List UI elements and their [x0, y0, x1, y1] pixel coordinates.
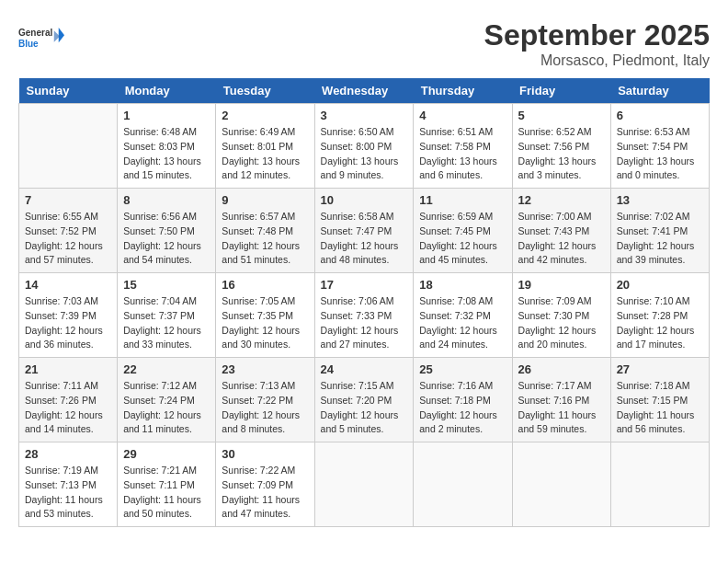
day-number: 9	[222, 193, 308, 207]
logo: General Blue	[18, 18, 64, 60]
day-cell-25: 25Sunrise: 7:16 AMSunset: 7:18 PMDayligh…	[414, 358, 512, 442]
day-cell-18: 18Sunrise: 7:08 AMSunset: 7:32 PMDayligh…	[414, 273, 512, 358]
title-block: September 2025 Morsasco, Piedmont, Italy	[484, 18, 710, 69]
empty-cell	[610, 442, 709, 527]
day-info: Sunrise: 6:49 AMSunset: 8:01 PMDaylight:…	[222, 125, 308, 183]
day-number: 19	[518, 278, 605, 292]
day-number: 13	[617, 193, 703, 207]
day-number: 28	[25, 447, 111, 461]
day-info: Sunrise: 7:13 AMSunset: 7:22 PMDaylight:…	[222, 379, 308, 437]
day-cell-6: 6Sunrise: 6:53 AMSunset: 7:54 PMDaylight…	[610, 104, 709, 189]
day-cell-27: 27Sunrise: 7:18 AMSunset: 7:15 PMDayligh…	[610, 358, 709, 442]
day-info: Sunrise: 7:02 AMSunset: 7:41 PMDaylight:…	[617, 210, 703, 268]
day-cell-16: 16Sunrise: 7:05 AMSunset: 7:35 PMDayligh…	[216, 273, 314, 358]
day-info: Sunrise: 6:53 AMSunset: 7:54 PMDaylight:…	[617, 125, 703, 183]
day-number: 16	[222, 278, 308, 292]
day-info: Sunrise: 7:16 AMSunset: 7:18 PMDaylight:…	[419, 379, 506, 437]
day-cell-20: 20Sunrise: 7:10 AMSunset: 7:28 PMDayligh…	[610, 273, 709, 358]
day-info: Sunrise: 7:04 AMSunset: 7:37 PMDaylight:…	[123, 294, 210, 352]
day-number: 7	[25, 193, 111, 207]
day-cell-29: 29Sunrise: 7:21 AMSunset: 7:11 PMDayligh…	[118, 442, 216, 527]
day-cell-24: 24Sunrise: 7:15 AMSunset: 7:20 PMDayligh…	[314, 358, 414, 442]
day-cell-10: 10Sunrise: 6:58 AMSunset: 7:47 PMDayligh…	[314, 189, 414, 273]
day-info: Sunrise: 7:11 AMSunset: 7:26 PMDaylight:…	[25, 379, 111, 437]
day-number: 5	[518, 109, 605, 122]
empty-cell	[19, 104, 118, 189]
day-cell-13: 13Sunrise: 7:02 AMSunset: 7:41 PMDayligh…	[610, 189, 709, 273]
week-row-3: 14Sunrise: 7:03 AMSunset: 7:39 PMDayligh…	[19, 273, 710, 358]
day-info: Sunrise: 6:57 AMSunset: 7:48 PMDaylight:…	[222, 210, 308, 268]
day-info: Sunrise: 7:06 AMSunset: 7:33 PMDaylight:…	[321, 294, 408, 352]
day-cell-17: 17Sunrise: 7:06 AMSunset: 7:33 PMDayligh…	[314, 273, 414, 358]
day-info: Sunrise: 6:55 AMSunset: 7:52 PMDaylight:…	[25, 210, 111, 268]
header-wednesday: Wednesday	[314, 78, 414, 104]
day-info: Sunrise: 7:03 AMSunset: 7:39 PMDaylight:…	[25, 294, 111, 352]
day-info: Sunrise: 7:05 AMSunset: 7:35 PMDaylight:…	[222, 294, 308, 352]
day-cell-28: 28Sunrise: 7:19 AMSunset: 7:13 PMDayligh…	[19, 442, 118, 527]
month-title: September 2025	[484, 18, 710, 52]
day-number: 23	[222, 362, 308, 376]
day-info: Sunrise: 7:19 AMSunset: 7:13 PMDaylight:…	[25, 464, 111, 522]
day-number: 8	[123, 193, 210, 207]
header-tuesday: Tuesday	[216, 78, 314, 104]
day-info: Sunrise: 7:17 AMSunset: 7:16 PMDaylight:…	[518, 379, 605, 437]
empty-cell	[314, 442, 414, 527]
day-number: 29	[123, 447, 210, 461]
day-cell-14: 14Sunrise: 7:03 AMSunset: 7:39 PMDayligh…	[19, 273, 118, 358]
day-info: Sunrise: 7:18 AMSunset: 7:15 PMDaylight:…	[617, 379, 703, 437]
day-number: 6	[617, 109, 703, 122]
day-cell-5: 5Sunrise: 6:52 AMSunset: 7:56 PMDaylight…	[512, 104, 610, 189]
day-cell-21: 21Sunrise: 7:11 AMSunset: 7:26 PMDayligh…	[19, 358, 118, 442]
day-cell-8: 8Sunrise: 6:56 AMSunset: 7:50 PMDaylight…	[118, 189, 216, 273]
day-number: 30	[222, 447, 308, 461]
day-cell-9: 9Sunrise: 6:57 AMSunset: 7:48 PMDaylight…	[216, 189, 314, 273]
day-info: Sunrise: 7:21 AMSunset: 7:11 PMDaylight:…	[123, 464, 210, 522]
day-number: 18	[419, 278, 506, 292]
day-number: 12	[518, 193, 605, 207]
day-info: Sunrise: 7:00 AMSunset: 7:43 PMDaylight:…	[518, 210, 605, 268]
location: Morsasco, Piedmont, Italy	[484, 52, 710, 69]
day-info: Sunrise: 6:48 AMSunset: 8:03 PMDaylight:…	[123, 125, 210, 183]
day-number: 21	[25, 362, 111, 376]
day-info: Sunrise: 7:15 AMSunset: 7:20 PMDaylight:…	[321, 379, 408, 437]
day-info: Sunrise: 7:22 AMSunset: 7:09 PMDaylight:…	[222, 464, 308, 522]
empty-cell	[512, 442, 610, 527]
day-number: 14	[25, 278, 111, 292]
header-friday: Friday	[512, 78, 610, 104]
day-number: 11	[419, 193, 506, 207]
header-row: SundayMondayTuesdayWednesdayThursdayFrid…	[19, 78, 710, 104]
day-cell-1: 1Sunrise: 6:48 AMSunset: 8:03 PMDaylight…	[118, 104, 216, 189]
header-saturday: Saturday	[610, 78, 709, 104]
day-cell-12: 12Sunrise: 7:00 AMSunset: 7:43 PMDayligh…	[512, 189, 610, 273]
day-cell-19: 19Sunrise: 7:09 AMSunset: 7:30 PMDayligh…	[512, 273, 610, 358]
day-info: Sunrise: 6:50 AMSunset: 8:00 PMDaylight:…	[321, 125, 408, 183]
page-header: General Blue September 2025 Morsasco, Pi…	[18, 18, 710, 69]
day-number: 15	[123, 278, 210, 292]
day-info: Sunrise: 6:59 AMSunset: 7:45 PMDaylight:…	[419, 210, 506, 268]
day-cell-3: 3Sunrise: 6:50 AMSunset: 8:00 PMDaylight…	[314, 104, 414, 189]
header-monday: Monday	[118, 78, 216, 104]
day-number: 17	[321, 278, 408, 292]
day-cell-15: 15Sunrise: 7:04 AMSunset: 7:37 PMDayligh…	[118, 273, 216, 358]
calendar-table: SundayMondayTuesdayWednesdayThursdayFrid…	[18, 78, 710, 527]
day-info: Sunrise: 7:10 AMSunset: 7:28 PMDaylight:…	[617, 294, 703, 352]
day-info: Sunrise: 7:09 AMSunset: 7:30 PMDaylight:…	[518, 294, 605, 352]
svg-marker-2	[59, 28, 64, 42]
day-number: 3	[321, 109, 408, 122]
empty-cell	[414, 442, 512, 527]
day-cell-11: 11Sunrise: 6:59 AMSunset: 7:45 PMDayligh…	[414, 189, 512, 273]
day-number: 27	[617, 362, 703, 376]
week-row-4: 21Sunrise: 7:11 AMSunset: 7:26 PMDayligh…	[19, 358, 710, 442]
day-info: Sunrise: 6:56 AMSunset: 7:50 PMDaylight:…	[123, 210, 210, 268]
week-row-5: 28Sunrise: 7:19 AMSunset: 7:13 PMDayligh…	[19, 442, 710, 527]
logo-svg: General Blue	[18, 18, 64, 60]
day-info: Sunrise: 6:58 AMSunset: 7:47 PMDaylight:…	[321, 210, 408, 268]
day-number: 22	[123, 362, 210, 376]
day-number: 20	[617, 278, 703, 292]
day-number: 2	[222, 109, 308, 122]
week-row-1: 1Sunrise: 6:48 AMSunset: 8:03 PMDaylight…	[19, 104, 710, 189]
day-number: 25	[419, 362, 506, 376]
day-cell-23: 23Sunrise: 7:13 AMSunset: 7:22 PMDayligh…	[216, 358, 314, 442]
day-info: Sunrise: 6:51 AMSunset: 7:58 PMDaylight:…	[419, 125, 506, 183]
week-row-2: 7Sunrise: 6:55 AMSunset: 7:52 PMDaylight…	[19, 189, 710, 273]
